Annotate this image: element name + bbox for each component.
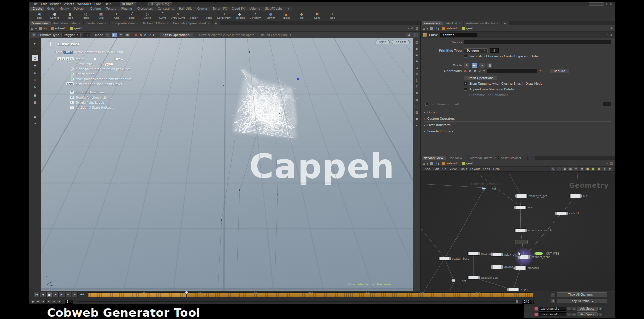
playbar-option-3[interactable]: ▪ [46, 300, 51, 304]
playbar-option-2[interactable]: ▾ [41, 300, 46, 304]
network-toolbar-icon-4[interactable]: □ [574, 167, 578, 171]
shelf-tool-viewer[interactable]: ●Viewer [263, 12, 278, 19]
display-tool-icon-9[interactable]: ▦ [414, 97, 419, 102]
shelf-tab-deform[interactable]: Deform [88, 7, 103, 11]
transport-button-1[interactable]: ◀ [40, 292, 46, 297]
network-toolbar-icon-3[interactable]: ▦ [568, 167, 573, 171]
breadcrumb-geo1[interactable]: geo1 [462, 27, 474, 30]
network-node-attach_to_geo[interactable] [515, 194, 527, 198]
shelf-tab-constraints[interactable]: Constraints [155, 7, 176, 11]
net-split-icon[interactable]: ◫ [610, 162, 613, 165]
network-node[interactable] [515, 240, 527, 244]
select-tool-icon-8[interactable]: ▦ [32, 100, 38, 105]
channel-group-field-1[interactable]: use channel g [539, 312, 566, 316]
shelf-tab-polygon[interactable]: Polygon [72, 7, 88, 11]
section-rounded-corners[interactable]: ▸Rounded Corners [424, 129, 611, 134]
menu-help[interactable]: Help [103, 2, 113, 6]
select-tool-icon-6[interactable]: ✎ [32, 85, 38, 90]
playhead[interactable] [186, 292, 187, 298]
ops-collapse-icon[interactable]: ▽ [479, 69, 481, 73]
section-pivot-transform[interactable]: ▸Pivot Transform [424, 122, 611, 128]
param-tab-performance-monitor[interactable]: Performance Monitor× [464, 21, 501, 25]
shelf-tab-characters[interactable]: Characters [135, 7, 155, 11]
shelf-tab-crowds[interactable]: Crowds [195, 7, 210, 11]
shelf-tool-torus[interactable]: ◎Torus [78, 12, 93, 19]
select-tool-icon-1[interactable]: □ [32, 48, 38, 53]
mode-delete-button[interactable]: ▦ [125, 33, 130, 37]
scene-tab--[interactable]: + [213, 21, 220, 25]
shelf-tool-add[interactable]: +Add [109, 12, 124, 19]
network-node-net[interactable]: ✳ [451, 278, 456, 283]
network-menu-labs[interactable]: Labs [482, 167, 492, 171]
op-collapse-icon[interactable]: ▽ [149, 33, 151, 37]
view-type-pill[interactable]: Persp [375, 40, 390, 44]
shelf-tool-draw-curve[interactable]: ✎Draw Curve [170, 12, 186, 19]
breadcrumb-obj[interactable]: obj [430, 162, 439, 165]
net-home-icon[interactable]: ⌂ [423, 162, 425, 165]
network-menu-layout[interactable]: Layout [469, 167, 482, 171]
param-gear-icon[interactable]: ⊙ [610, 27, 613, 30]
network-node-smooth1[interactable] [514, 266, 526, 270]
playbar-option-4[interactable]: ≈ [52, 300, 56, 304]
select-tool-icon-3[interactable]: ✚ [32, 63, 38, 68]
stash-operations-button[interactable]: Stash Operations [160, 33, 193, 37]
network-node-out1[interactable]: ✳ [482, 186, 486, 191]
playbar-option-1[interactable]: ◆ [36, 300, 40, 304]
network-menu-add[interactable]: Add [423, 167, 432, 171]
breadcrumb-subnet1[interactable]: subnet1 [442, 27, 459, 30]
reconstruct-checkbox[interactable] [464, 55, 467, 58]
net-pin-icon[interactable]: ▾ [606, 162, 608, 165]
scene-tab-geometry-spreadsheet[interactable]: Geometry Spreadsheet× [171, 21, 212, 25]
node-name-field[interactable]: cobweb [440, 33, 477, 37]
network-tab--[interactable]: + [528, 156, 535, 160]
channel-group-field-0[interactable]: exp channel g [539, 307, 566, 311]
shelf-tab-create[interactable]: Create [30, 7, 44, 11]
soft-transform-field[interactable]: 1 [603, 102, 611, 106]
network-node-out[interactable] [570, 194, 582, 198]
shelf-tool-grid[interactable]: ▦Grid [93, 12, 109, 19]
display-tool-icon-6[interactable]: ▯ [414, 78, 419, 83]
scene-tab-animation-editor[interactable]: Animation Editor× [51, 21, 83, 25]
display-tool-icon-10[interactable]: □ [414, 104, 419, 108]
scene-tab-scene-view[interactable]: Scene View [30, 21, 51, 25]
state-order-field[interactable]: 3 [83, 33, 90, 37]
shelf-tool-line[interactable]: ╱Line [124, 12, 140, 19]
snap-tangents-checkbox[interactable]: ✓ [464, 82, 467, 85]
state-prim-select[interactable]: Polygon ▾ [61, 33, 81, 37]
network-toolbar-icon-1[interactable]: + [557, 167, 561, 171]
soft-transform-checkbox[interactable] [425, 103, 428, 106]
param-tab-parameters[interactable]: Parameters [422, 21, 443, 25]
display-tool-icon-5[interactable]: ▥ [414, 72, 419, 76]
network-tab-asset-browser[interactable]: Asset Browser× [499, 156, 527, 160]
network-tab-tree-view[interactable]: Tree View× [446, 156, 468, 160]
shelf-tab-hair-utils[interactable]: Hair Utils [177, 7, 195, 11]
section-custom-operators[interactable]: ▸Custom Operators [424, 116, 611, 122]
network-tab-material-palette[interactable]: Material Palette× [468, 156, 499, 160]
select-tool-icon-9[interactable]: ⊡ [32, 107, 38, 112]
scope-menu-icon[interactable]: ≡ [551, 299, 556, 303]
network-toolbar-icon-9[interactable]: ⊕ [602, 167, 607, 171]
network-toolbar-icon-8[interactable]: ■ [597, 167, 601, 171]
shelf-tool-box[interactable]: ▣Box [32, 12, 47, 19]
menu-file[interactable]: File [31, 2, 39, 6]
range-start-field[interactable]: 1 [65, 300, 73, 304]
shelf-tab-rigging[interactable]: Rigging [119, 7, 135, 11]
network-menu-tools[interactable]: Tools [458, 167, 469, 171]
network-tab-network-view[interactable]: Network View [422, 156, 446, 160]
network-toolbar-icon-5[interactable]: ▧ [580, 167, 584, 171]
key-all-items-button[interactable]: Key All Items▸ [557, 299, 607, 303]
ops-clearall-icon[interactable]: ✕ [474, 69, 476, 73]
shelf-tool-web[interactable]: ✳Web [325, 12, 340, 19]
network-node-wrangle_sag[interactable] [468, 276, 480, 279]
breadcrumb-obj[interactable]: obj [430, 27, 439, 30]
order-field[interactable]: 3 [490, 48, 499, 53]
range-slider-handle[interactable] [516, 300, 518, 303]
channel-spin2-1[interactable]: ⇕ [599, 312, 603, 316]
node-menu-icon[interactable]: ▪ [610, 33, 612, 37]
ops-clear-icon[interactable]: ✕ [469, 69, 472, 73]
network-canvas[interactable]: Geometry cobweb_generator ✳out1attach_to… [421, 173, 615, 291]
transport-button-3[interactable]: ▶ [53, 292, 59, 297]
network-node-relax_pts[interactable] [491, 253, 503, 256]
network-menu-view[interactable]: View [448, 167, 458, 171]
select-tool-icon-11[interactable]: ? [32, 122, 38, 127]
